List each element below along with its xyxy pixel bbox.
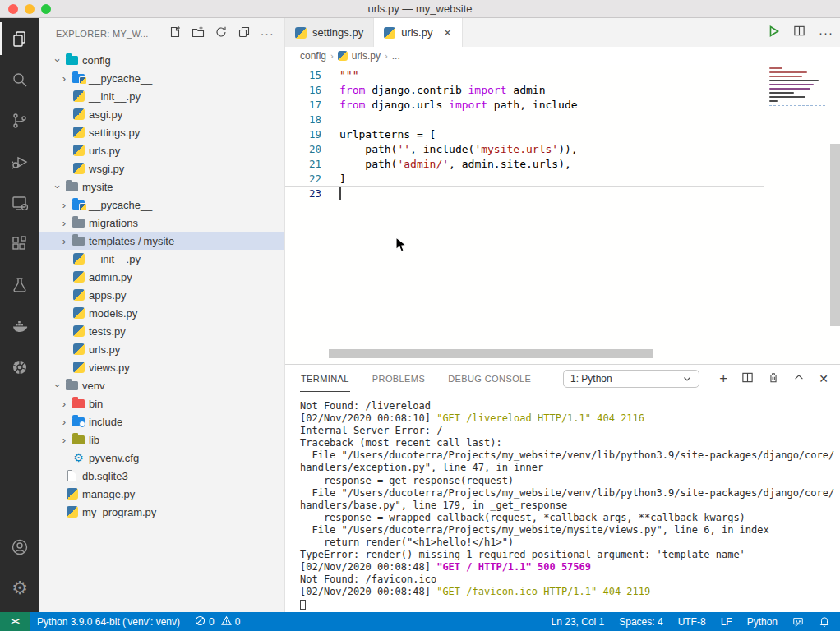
tab-settings-py[interactable]: settings.py — [285, 18, 374, 47]
tree-item-db-sqlite3[interactable]: db.sqlite3 — [39, 467, 284, 485]
terminal-shell-selector[interactable]: 1: Python — [563, 370, 699, 388]
chevron-icon[interactable] — [58, 236, 71, 246]
chevron-icon[interactable] — [53, 53, 63, 67]
tree-item-admin-py[interactable]: admin.py — [39, 268, 284, 286]
code-text: urlpatterns = [ — [339, 128, 436, 140]
tree-item-init-py[interactable]: __init__.py — [39, 250, 284, 268]
run-debug-icon[interactable] — [0, 141, 39, 182]
new-terminal-icon[interactable]: + — [719, 371, 727, 387]
tab-label: settings.py — [312, 26, 363, 39]
remote-explorer-icon[interactable] — [0, 182, 39, 223]
python-interpreter-status[interactable]: Python 3.9.0 64-bit ('venv': venv) — [30, 616, 187, 628]
close-panel-icon[interactable]: ✕ — [819, 372, 828, 385]
chevron-icon[interactable] — [58, 218, 71, 228]
tab-terminal[interactable]: TERMINAL — [300, 366, 350, 392]
breadcrumb-item-config[interactable]: config — [300, 50, 326, 62]
remote-indicator[interactable]: >< — [0, 612, 30, 631]
run-python-file-icon[interactable] — [767, 25, 780, 41]
tree-item-wsgi-py[interactable]: wsgi.py — [39, 159, 284, 177]
tab-problems[interactable]: PROBLEMS — [372, 366, 426, 391]
terminal-output[interactable]: Not Found: /livereload[02/Nov/2020 00:08… — [285, 393, 840, 611]
tree-item-config[interactable]: config — [39, 51, 284, 69]
chevron-icon[interactable] — [58, 435, 71, 445]
new-folder-icon[interactable] — [192, 25, 205, 42]
search-icon[interactable] — [0, 59, 39, 100]
close-tab-icon[interactable]: ✕ — [443, 27, 451, 39]
problems-status[interactable]: 0 0 — [187, 615, 247, 629]
tree-item-apps-py[interactable]: apps.py — [39, 286, 284, 304]
kubernetes-icon[interactable] — [0, 347, 39, 388]
code-line-17[interactable]: 17from django.urls import path, include — [285, 97, 764, 112]
language-mode-status[interactable]: Python — [740, 616, 785, 628]
source-control-icon[interactable] — [0, 100, 39, 141]
testing-flask-icon[interactable] — [0, 265, 39, 306]
code-line-15[interactable]: 15""" — [285, 67, 764, 82]
tree-item-tests-py[interactable]: tests.py — [39, 322, 284, 340]
feedback-icon[interactable] — [785, 616, 811, 628]
code-line-16[interactable]: 16from django.contrib import admin — [285, 82, 764, 97]
new-file-icon[interactable] — [168, 25, 182, 42]
settings-gear-icon[interactable]: ⚙ — [0, 568, 39, 609]
chevron-icon[interactable] — [58, 398, 71, 409]
code-line-20[interactable]: 20 path('', include('mysite.urls')), — [285, 141, 764, 156]
tree-item-views-py[interactable]: views.py — [39, 358, 284, 376]
tree-item-settings-py[interactable]: settings.py — [39, 123, 284, 141]
tree-item-mysite[interactable]: mysite — [39, 177, 284, 196]
tree-item-migrations[interactable]: migrations — [39, 214, 284, 232]
notifications-bell-icon[interactable] — [811, 616, 840, 628]
code-line-22[interactable]: 22] — [285, 171, 764, 186]
chevron-icon[interactable] — [58, 200, 71, 210]
tree-item-bin[interactable]: bin — [39, 394, 284, 412]
tree-item-urls-py[interactable]: urls.py — [39, 141, 284, 159]
maximize-panel-icon[interactable] — [793, 371, 805, 386]
encoding-status[interactable]: UTF-8 — [671, 616, 713, 628]
code-line-23[interactable]: 23 — [285, 186, 764, 200]
tree-item-pycache[interactable]: __pycache__ — [39, 196, 284, 214]
folder-icon — [66, 381, 78, 390]
vertical-scrollbar[interactable] — [830, 144, 840, 326]
code-text: """ — [339, 69, 358, 81]
more-editor-actions-icon[interactable]: ··· — [819, 25, 833, 39]
tree-item-urls-py[interactable]: urls.py — [39, 340, 284, 358]
more-actions-icon[interactable]: ··· — [261, 30, 275, 37]
split-terminal-icon[interactable] — [741, 371, 754, 387]
tree-item-models-py[interactable]: models.py — [39, 304, 284, 322]
chevron-icon[interactable] — [58, 73, 71, 84]
tree-item-asgi-py[interactable]: asgi.py — [39, 105, 284, 123]
tree-item-my-program-py[interactable]: my_program.py — [39, 503, 284, 521]
code-line-19[interactable]: 19urlpatterns = [ — [285, 127, 764, 141]
eol-status[interactable]: LF — [713, 616, 740, 628]
minimap[interactable] — [766, 65, 830, 364]
tree-item-init-py[interactable]: __init__.py — [39, 87, 284, 105]
chevron-icon[interactable] — [53, 180, 63, 193]
chevron-icon[interactable] — [53, 379, 63, 392]
tree-item-venv[interactable]: venv — [39, 376, 284, 394]
tree-item-link[interactable]: mysite — [144, 235, 175, 247]
horizontal-scrollbar[interactable] — [329, 349, 653, 358]
tree-item-label: __pycache__ — [89, 72, 152, 85]
split-editor-icon[interactable] — [793, 25, 805, 40]
kill-terminal-icon[interactable] — [768, 371, 779, 387]
code-editor[interactable]: 15"""16from django.contrib import admin1… — [285, 65, 840, 364]
code-line-18[interactable]: 18 — [285, 112, 764, 127]
collapse-folders-icon[interactable] — [238, 25, 251, 42]
tree-item-templates[interactable]: templates /mysite — [39, 232, 284, 250]
refresh-icon[interactable] — [215, 25, 228, 42]
tab-urls-py[interactable]: urls.py ✕ — [374, 18, 462, 47]
tree-item-manage-py[interactable]: manage.py — [39, 485, 284, 503]
tab-debug-console[interactable]: DEBUG CONSOLE — [447, 366, 532, 391]
explorer-icon[interactable] — [0, 18, 39, 59]
docker-icon[interactable] — [0, 306, 39, 347]
tree-item-pyvenv-cfg[interactable]: ⚙pyvenv.cfg — [39, 449, 284, 467]
accounts-icon[interactable] — [0, 527, 39, 568]
tree-item-pycache[interactable]: __pycache__ — [39, 69, 284, 87]
extensions-icon[interactable] — [0, 223, 39, 265]
tree-item-include[interactable]: include — [39, 412, 284, 431]
code-line-21[interactable]: 21 path('admin/', admin.site.urls), — [285, 156, 764, 171]
indentation-status[interactable]: Spaces: 4 — [612, 616, 670, 628]
chevron-icon[interactable] — [58, 417, 71, 427]
cursor-position-status[interactable]: Ln 23, Col 1 — [544, 616, 612, 628]
breadcrumb-item-file[interactable]: urls.py — [352, 50, 381, 62]
tree-item-lib[interactable]: lib — [39, 431, 284, 449]
breadcrumb-item-symbol[interactable]: ... — [392, 50, 400, 62]
